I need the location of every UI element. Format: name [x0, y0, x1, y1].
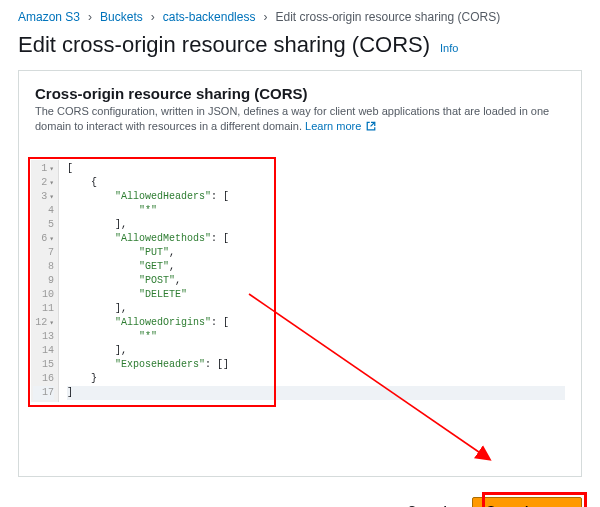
page-title: Edit cross-origin resource sharing (CORS…: [0, 26, 600, 70]
info-link[interactable]: Info: [440, 42, 458, 54]
breadcrumb-link-bucket[interactable]: cats-backendless: [163, 10, 256, 24]
panel-heading: Cross-origin resource sharing (CORS): [35, 85, 565, 102]
chevron-right-icon: ›: [151, 10, 155, 24]
chevron-right-icon: ›: [263, 10, 267, 24]
panel-header: Cross-origin resource sharing (CORS) The…: [19, 71, 581, 144]
external-link-icon: [366, 120, 376, 135]
learn-more-link[interactable]: Learn more: [305, 120, 376, 132]
cancel-button[interactable]: Cancel: [393, 497, 462, 507]
save-changes-button[interactable]: Save changes: [472, 497, 582, 507]
code-content[interactable]: [ { "AllowedHeaders": [ "*" ], "AllowedM…: [59, 160, 565, 402]
panel-description: The CORS configuration, written in JSON,…: [35, 104, 565, 134]
breadcrumb-link-s3[interactable]: Amazon S3: [18, 10, 80, 24]
breadcrumb-link-buckets[interactable]: Buckets: [100, 10, 143, 24]
footer: Cancel Save changes: [0, 487, 600, 507]
code-editor[interactable]: 1▾2▾3▾456▾789101112▾1314151617[ { "Allow…: [31, 160, 565, 460]
breadcrumb: Amazon S3 › Buckets › cats-backendless ›…: [0, 0, 600, 26]
chevron-right-icon: ›: [88, 10, 92, 24]
breadcrumb-current: Edit cross-origin resource sharing (CORS…: [275, 10, 500, 24]
page-heading: Edit cross-origin resource sharing (CORS…: [18, 32, 430, 58]
cors-panel: Cross-origin resource sharing (CORS) The…: [18, 70, 582, 477]
code-editor-wrap: 1▾2▾3▾456▾789101112▾1314151617[ { "Allow…: [19, 144, 581, 476]
line-number-gutter: 1▾2▾3▾456▾789101112▾1314151617: [31, 160, 59, 402]
